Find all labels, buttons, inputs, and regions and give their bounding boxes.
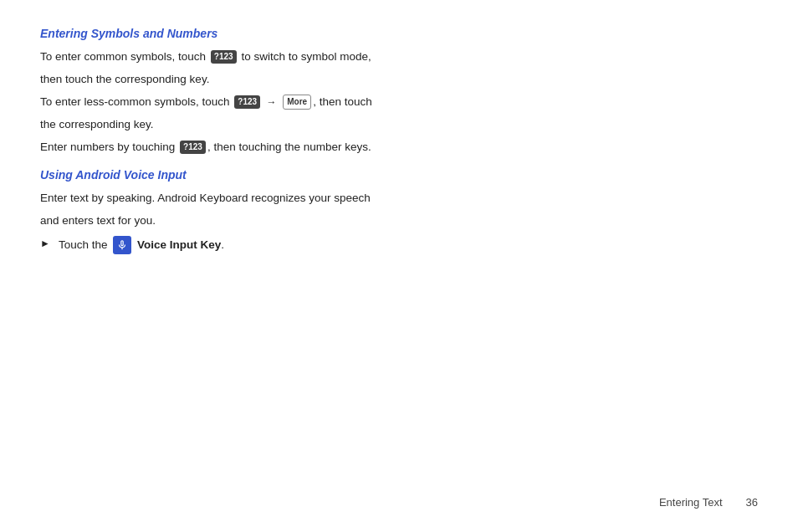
paragraph-2: then touch the corresponding key. xyxy=(40,71,425,89)
footer-label: Entering Text xyxy=(659,496,723,509)
badge-?123-1: ?123 xyxy=(211,50,237,64)
footer-page-number: 36 xyxy=(746,496,758,509)
microphone-svg xyxy=(116,239,128,251)
voice-input-icon xyxy=(113,236,131,254)
badge-more: More xyxy=(283,95,311,110)
arrow-icon: → xyxy=(263,96,276,108)
section-voice-input: Using Android Voice Input Enter text by … xyxy=(40,168,425,260)
page: Entering Symbols and Numbers To enter co… xyxy=(0,0,798,532)
bullet-row-1: ► Touch the Voice Input Key. xyxy=(40,236,425,259)
paragraph-7: and enters text for you. xyxy=(40,212,425,230)
content-area: Entering Symbols and Numbers To enter co… xyxy=(40,27,425,259)
paragraph-5: Enter numbers by touching ?123, then tou… xyxy=(40,139,425,156)
voice-input-key-label: Voice Input Key xyxy=(137,238,221,251)
bullet-text-1: Touch the Voice Input Key. xyxy=(59,236,224,254)
paragraph-6: Enter text by speaking. Android Keyboard… xyxy=(40,190,425,207)
section-title-symbols: Entering Symbols and Numbers xyxy=(40,27,425,40)
paragraph-3: To enter less-common symbols, touch ?123… xyxy=(40,94,425,111)
section-entering-symbols: Entering Symbols and Numbers To enter co… xyxy=(40,27,425,156)
section-title-voice: Using Android Voice Input xyxy=(40,168,425,182)
paragraph-4: the corresponding key. xyxy=(40,116,425,134)
badge-?123-2: ?123 xyxy=(234,95,260,109)
bullet-triangle-icon: ► xyxy=(40,238,50,249)
page-footer: Entering Text 36 xyxy=(659,496,758,509)
paragraph-1: To enter common symbols, touch ?123 to s… xyxy=(40,49,425,66)
badge-?123-3: ?123 xyxy=(180,141,206,154)
